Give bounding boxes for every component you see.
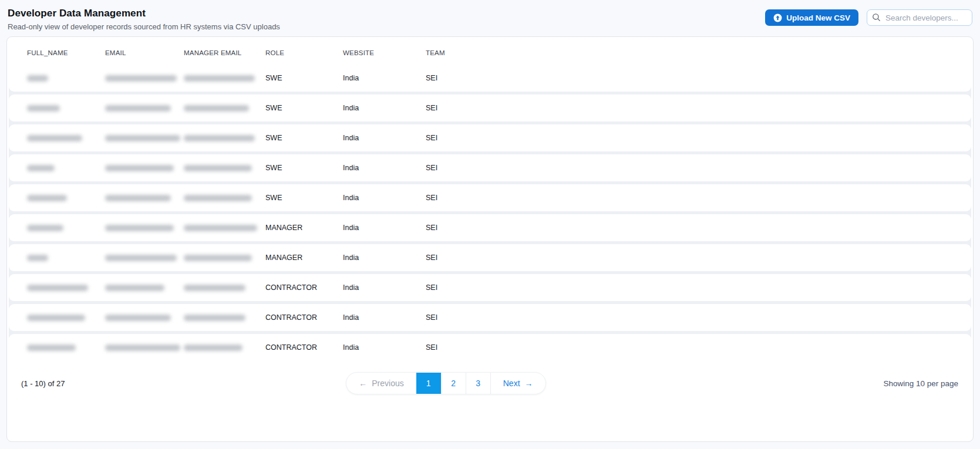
- arrow-left-icon: ←: [359, 379, 367, 388]
- role-cell: MANAGER: [265, 224, 343, 232]
- manager-email-redacted-cell: [184, 225, 265, 231]
- email-redacted-cell-blur: [105, 195, 171, 201]
- manager-email-redacted-cell-blur: [184, 75, 255, 82]
- email-redacted-cell: [105, 165, 184, 171]
- table-row: CONTRACTORIndiaSEI: [9, 304, 971, 331]
- team-cell: SEI: [426, 254, 971, 262]
- upload-new-csv-button[interactable]: Upload New CSV: [765, 9, 858, 26]
- team-cell: SEI: [426, 134, 971, 142]
- manager-email-redacted-cell: [184, 105, 265, 112]
- website-cell: India: [343, 164, 426, 172]
- search-input[interactable]: [867, 9, 972, 26]
- full-name-redacted-cell: [27, 225, 105, 231]
- per-page-label: Showing 10 per page: [883, 379, 958, 388]
- column-header-manager-email: MANAGER EMAIL: [184, 49, 265, 56]
- website-cell: India: [343, 283, 426, 292]
- page-button-3[interactable]: 3: [466, 373, 490, 394]
- full-name-redacted-cell-blur: [27, 195, 67, 201]
- page: Developer Data Management Read-only view…: [0, 0, 980, 449]
- email-redacted-cell-blur: [105, 255, 177, 261]
- manager-email-redacted-cell: [184, 195, 265, 201]
- page-button-1[interactable]: 1: [416, 373, 441, 394]
- column-header-full-name: FULL_NAME: [27, 49, 105, 56]
- manager-email-redacted-cell-blur: [184, 195, 252, 201]
- team-cell: SEI: [426, 194, 971, 202]
- full-name-redacted-cell-blur: [27, 345, 76, 351]
- search-box: [867, 9, 972, 26]
- next-label: Next: [503, 379, 520, 388]
- email-redacted-cell-blur: [105, 75, 177, 82]
- full-name-redacted-cell-blur: [27, 135, 82, 141]
- website-cell: India: [343, 313, 426, 322]
- full-name-redacted-cell: [27, 75, 105, 82]
- developer-table-card: FULL_NAMEEMAILMANAGER EMAILROLEWEBSITETE…: [6, 36, 974, 442]
- email-redacted-cell: [105, 105, 184, 112]
- email-redacted-cell-blur: [105, 165, 174, 171]
- manager-email-redacted-cell-blur: [184, 225, 257, 231]
- column-header-website: WEBSITE: [343, 49, 426, 56]
- email-redacted-cell: [105, 315, 184, 321]
- email-redacted-cell: [105, 225, 184, 231]
- role-cell: SWE: [265, 194, 343, 202]
- full-name-redacted-cell: [27, 255, 105, 261]
- table-row: MANAGERIndiaSEI: [9, 214, 971, 241]
- team-cell: SEI: [426, 343, 971, 352]
- table-row: CONTRACTORIndiaSEI: [9, 274, 971, 301]
- team-cell: SEI: [426, 283, 971, 292]
- table-row: SWEIndiaSEI: [9, 184, 971, 211]
- role-cell: SWE: [265, 74, 343, 82]
- table-row: CONTRACTORIndiaSEI: [9, 334, 971, 361]
- role-cell: SWE: [265, 104, 343, 112]
- page-title: Developer Data Management: [8, 8, 280, 19]
- manager-email-redacted-cell: [184, 135, 265, 141]
- manager-email-redacted-cell-blur: [184, 285, 245, 291]
- website-cell: India: [343, 104, 426, 112]
- upload-button-label: Upload New CSV: [786, 13, 850, 22]
- table-body: SWEIndiaSEISWEIndiaSEISWEIndiaSEISWEIndi…: [9, 65, 971, 361]
- email-redacted-cell: [105, 285, 184, 291]
- manager-email-redacted-cell: [184, 165, 265, 171]
- website-cell: India: [343, 194, 426, 202]
- manager-email-redacted-cell: [184, 345, 265, 351]
- full-name-redacted-cell: [27, 195, 105, 201]
- table-header-row: FULL_NAMEEMAILMANAGER EMAILROLEWEBSITETE…: [9, 37, 971, 65]
- team-cell: SEI: [426, 224, 971, 232]
- full-name-redacted-cell: [27, 105, 105, 112]
- full-name-redacted-cell: [27, 165, 105, 171]
- website-cell: India: [343, 134, 426, 142]
- manager-email-redacted-cell-blur: [184, 165, 252, 171]
- role-cell: MANAGER: [265, 254, 343, 262]
- arrow-right-icon: →: [525, 379, 533, 388]
- manager-email-redacted-cell: [184, 75, 265, 82]
- website-cell: India: [343, 224, 426, 232]
- page-subtitle: Read-only view of developer records sour…: [8, 22, 280, 31]
- website-cell: India: [343, 254, 426, 262]
- table-row: SWEIndiaSEI: [9, 65, 971, 92]
- table-row: MANAGERIndiaSEI: [9, 244, 971, 271]
- website-cell: India: [343, 74, 426, 82]
- email-redacted-cell: [105, 195, 184, 201]
- toolbar: Upload New CSV: [765, 9, 972, 26]
- table-row: SWEIndiaSEI: [9, 124, 971, 151]
- email-redacted-cell: [105, 345, 184, 351]
- role-cell: SWE: [265, 164, 343, 172]
- table-row: SWEIndiaSEI: [9, 154, 971, 181]
- email-redacted-cell-blur: [105, 105, 171, 112]
- team-cell: SEI: [426, 313, 971, 322]
- previous-page-button[interactable]: ← Previous: [346, 373, 416, 394]
- manager-email-redacted-cell-blur: [184, 255, 252, 261]
- arrow-up-circle-icon: [773, 13, 782, 22]
- full-name-redacted-cell-blur: [27, 225, 63, 231]
- page-buttons: 123: [416, 373, 490, 394]
- full-name-redacted-cell: [27, 285, 105, 291]
- column-header-team: TEAM: [426, 49, 971, 56]
- page-header: Developer Data Management Read-only view…: [0, 0, 980, 36]
- full-name-redacted-cell-blur: [27, 105, 60, 112]
- role-cell: SWE: [265, 134, 343, 142]
- manager-email-redacted-cell-blur: [184, 105, 249, 112]
- next-page-button[interactable]: Next →: [490, 373, 545, 394]
- manager-email-redacted-cell-blur: [184, 315, 245, 321]
- email-redacted-cell-blur: [105, 285, 164, 291]
- page-button-2[interactable]: 2: [441, 373, 466, 394]
- manager-email-redacted-cell: [184, 285, 265, 291]
